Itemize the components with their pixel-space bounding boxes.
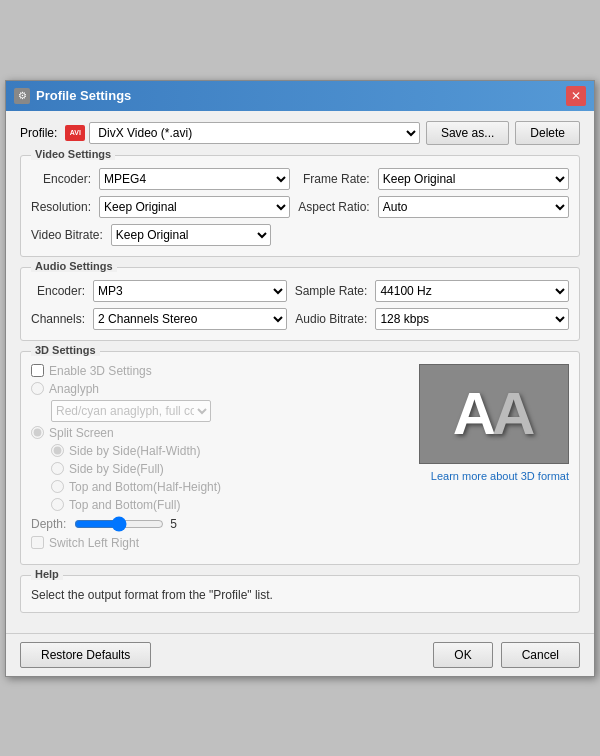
help-title: Help xyxy=(31,568,63,580)
audio-settings-grid: Encoder: MP3 Sample Rate: 44100 Hz Chann… xyxy=(31,280,569,330)
channels-dropdown[interactable]: 2 Channels Stereo xyxy=(93,308,287,330)
side-by-side-half-radio[interactable] xyxy=(51,444,64,457)
aa-preview: A A xyxy=(419,364,569,464)
audio-settings-section: Audio Settings Encoder: MP3 Sample Rate:… xyxy=(20,267,580,341)
anaglyph-radio[interactable] xyxy=(31,382,44,395)
top-bottom-half-label[interactable]: Top and Bottom(Half-Height) xyxy=(69,480,221,494)
aa-text: A A xyxy=(453,384,536,444)
depth-label: Depth: xyxy=(31,517,66,531)
profile-format-icon: AVI xyxy=(65,125,85,141)
dialog-icon: ⚙ xyxy=(14,88,30,104)
threed-body: Enable 3D Settings Anaglyph Red/cyan ana… xyxy=(31,364,569,554)
cancel-button[interactable]: Cancel xyxy=(501,642,580,668)
encoder-label: Encoder: xyxy=(31,172,91,186)
depth-slider[interactable] xyxy=(74,516,164,532)
side-by-side-full-row: Side by Side(Full) xyxy=(51,462,399,476)
top-bottom-full-radio[interactable] xyxy=(51,498,64,511)
resolution-label: Resolution: xyxy=(31,200,91,214)
split-screen-label[interactable]: Split Screen xyxy=(49,426,114,440)
profile-settings-dialog: ⚙ Profile Settings ✕ Profile: AVI DivX V… xyxy=(5,80,595,677)
anaglyph-row: Anaglyph xyxy=(31,382,399,396)
side-by-side-full-radio[interactable] xyxy=(51,462,64,475)
delete-button[interactable]: Delete xyxy=(515,121,580,145)
profile-dropdown[interactable]: DivX Video (*.avi) xyxy=(89,122,420,144)
top-bottom-half-radio[interactable] xyxy=(51,480,64,493)
channels-label: Channels: xyxy=(31,312,85,326)
top-bottom-half-row: Top and Bottom(Half-Height) xyxy=(51,480,399,494)
sample-rate-label: Sample Rate: xyxy=(295,284,368,298)
frame-rate-dropdown[interactable]: Keep Original xyxy=(378,168,569,190)
video-settings-section: Video Settings Encoder: MPEG4 Frame Rate… xyxy=(20,155,580,257)
enable-3d-row: Enable 3D Settings xyxy=(31,364,399,378)
aspect-ratio-label: Aspect Ratio: xyxy=(298,200,369,214)
title-bar: ⚙ Profile Settings ✕ xyxy=(6,81,594,111)
frame-rate-label: Frame Rate: xyxy=(298,172,369,186)
encoder-dropdown[interactable]: MPEG4 xyxy=(99,168,290,190)
video-settings-grid: Encoder: MPEG4 Frame Rate: Keep Original… xyxy=(31,168,569,218)
dialog-body: Profile: AVI DivX Video (*.avi) Save as.… xyxy=(6,111,594,633)
video-settings-title: Video Settings xyxy=(31,148,115,160)
depth-value: 5 xyxy=(170,517,177,531)
dialog-title: Profile Settings xyxy=(36,88,566,103)
enable-3d-checkbox[interactable] xyxy=(31,364,44,377)
video-bitrate-label: Video Bitrate: xyxy=(31,228,103,242)
audio-settings-title: Audio Settings xyxy=(31,260,117,272)
switch-left-right-row: Switch Left Right xyxy=(31,536,399,550)
aa-left-letter: A xyxy=(453,384,496,444)
top-bottom-full-label[interactable]: Top and Bottom(Full) xyxy=(69,498,180,512)
switch-left-right-checkbox[interactable] xyxy=(31,536,44,549)
ok-button[interactable]: OK xyxy=(433,642,492,668)
side-by-side-half-row: Side by Side(Half-Width) xyxy=(51,444,399,458)
profile-label: Profile: xyxy=(20,126,57,140)
footer: Restore Defaults OK Cancel xyxy=(6,633,594,676)
audio-encoder-dropdown[interactable]: MP3 xyxy=(93,280,287,302)
sub-options: Side by Side(Half-Width) Side by Side(Fu… xyxy=(51,444,399,512)
learn-more-link[interactable]: Learn more about 3D format xyxy=(431,470,569,482)
profile-select-wrap: AVI DivX Video (*.avi) xyxy=(65,122,420,144)
audio-bitrate-label: Audio Bitrate: xyxy=(295,312,368,326)
video-bitrate-row: Video Bitrate: Keep Original xyxy=(31,224,569,246)
aspect-ratio-dropdown[interactable]: Auto xyxy=(378,196,569,218)
enable-3d-label[interactable]: Enable 3D Settings xyxy=(49,364,152,378)
threed-settings-section: 3D Settings Enable 3D Settings Anaglyph … xyxy=(20,351,580,565)
side-by-side-half-label[interactable]: Side by Side(Half-Width) xyxy=(69,444,200,458)
depth-row: Depth: 5 xyxy=(31,516,399,532)
video-bitrate-dropdown[interactable]: Keep Original xyxy=(111,224,271,246)
help-text: Select the output format from the "Profi… xyxy=(31,588,569,602)
profile-row: Profile: AVI DivX Video (*.avi) Save as.… xyxy=(20,121,580,145)
aa-right-letter: A xyxy=(492,384,535,444)
threed-settings-title: 3D Settings xyxy=(31,344,100,356)
sample-rate-dropdown[interactable]: 44100 Hz xyxy=(375,280,569,302)
anaglyph-type-dropdown[interactable]: Red/cyan anaglyph, full color xyxy=(51,400,211,422)
help-section: Help Select the output format from the "… xyxy=(20,575,580,613)
resolution-dropdown[interactable]: Keep Original xyxy=(99,196,290,218)
side-by-side-full-label[interactable]: Side by Side(Full) xyxy=(69,462,164,476)
anaglyph-label[interactable]: Anaglyph xyxy=(49,382,99,396)
threed-left: Enable 3D Settings Anaglyph Red/cyan ana… xyxy=(31,364,399,554)
footer-right: OK Cancel xyxy=(433,642,580,668)
close-button[interactable]: ✕ xyxy=(566,86,586,106)
audio-encoder-label: Encoder: xyxy=(31,284,85,298)
restore-defaults-button[interactable]: Restore Defaults xyxy=(20,642,151,668)
save-as-button[interactable]: Save as... xyxy=(426,121,509,145)
split-screen-radio[interactable] xyxy=(31,426,44,439)
audio-bitrate-dropdown[interactable]: 128 kbps xyxy=(375,308,569,330)
split-screen-row: Split Screen xyxy=(31,426,399,440)
switch-left-right-label[interactable]: Switch Left Right xyxy=(49,536,139,550)
threed-right: A A Learn more about 3D format xyxy=(409,364,569,554)
top-bottom-full-row: Top and Bottom(Full) xyxy=(51,498,399,512)
footer-left: Restore Defaults xyxy=(20,642,433,668)
